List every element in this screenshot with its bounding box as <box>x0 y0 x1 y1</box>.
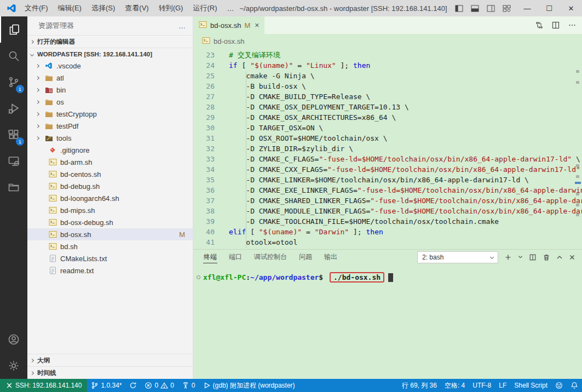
menu-more-button[interactable]: … <box>222 4 239 13</box>
kill-terminal-trash-icon[interactable] <box>543 253 550 261</box>
git-branch-item[interactable]: 1.0.34* <box>87 379 125 392</box>
breadcrumb[interactable]: bd-osx.sh <box>193 34 582 48</box>
open-editors-section[interactable]: 打开的编辑器 <box>27 35 193 48</box>
tree-item-bd-centos-sh[interactable]: bd-centos.sh <box>27 168 193 180</box>
code-line-30: 30 -D TARGET_OSX=ON \ <box>193 123 582 133</box>
indentation-item[interactable]: 空格: 4 <box>441 379 469 392</box>
code-text: -D CMAKE_TOOLCHAIN_FILE=$HOME/toolchain/… <box>229 216 499 227</box>
vscode-logo-icon <box>7 3 16 13</box>
terminal-cwd: ~/app/wordpaster <box>250 273 319 281</box>
tree-item-tools[interactable]: tools <box>27 132 193 144</box>
chevron-right-icon <box>30 358 34 362</box>
notifications-item[interactable] <box>567 379 582 392</box>
sidebar-more-button[interactable]: … <box>178 22 186 30</box>
customize-layout-icon[interactable] <box>503 5 511 12</box>
forwarded-ports-item[interactable]: 0 <box>178 379 199 392</box>
problems-item[interactable]: 0 0 <box>141 379 177 392</box>
menu-6[interactable]: 运行(R) <box>188 4 222 12</box>
explorer-icon[interactable] <box>0 16 27 43</box>
toggle-sidebar-icon[interactable] <box>455 5 463 12</box>
tab-bd-osx-sh[interactable]: bd-osx.sh M × <box>193 16 264 34</box>
language-mode-item[interactable]: Shell Script <box>510 379 551 392</box>
run-debug-icon[interactable] <box>0 95 27 122</box>
code-line-32: 32 -D ZYLIB_DIR=$zylib_dir \ <box>193 143 582 154</box>
tree-item-os[interactable]: os <box>27 96 193 108</box>
terminal-view[interactable]: xfl@xfl-PC : ~/app/wordpaster $ ./bd-osx… <box>193 264 582 283</box>
extensions-icon[interactable]: 1 <box>0 122 27 148</box>
eol-item[interactable]: LF <box>495 379 510 392</box>
remote-indicator[interactable]: SSH: 192.168.141.140 <box>0 379 87 392</box>
feedback-item[interactable] <box>551 379 567 392</box>
terminal-shell-select[interactable]: 2: bash <box>417 251 498 263</box>
chevron-right-icon <box>36 100 39 103</box>
remote-explorer-icon[interactable] <box>0 148 27 174</box>
close-button[interactable]: ✕ <box>560 0 582 16</box>
new-terminal-icon[interactable] <box>504 253 512 261</box>
workspace-root-section[interactable]: WORDPASTER [SSH: 192.168.141.140] <box>27 48 193 60</box>
source-control-icon[interactable]: 1 <box>0 69 27 95</box>
minimize-button[interactable]: — <box>516 0 538 16</box>
editor-group: bd-osx.sh M × bd-osx.sh 23# 交叉编译环境24 <box>193 16 582 379</box>
tree-item--gitignore[interactable]: .gitignore <box>27 144 193 156</box>
sync-icon <box>129 382 137 389</box>
tab-close-icon[interactable]: × <box>255 21 259 30</box>
tree-item-bd-sh[interactable]: bd.sh <box>27 240 193 252</box>
code-editor[interactable]: 23# 交叉编译环境24if [ "$(uname)" = "Linux" ];… <box>193 48 582 249</box>
code-text: -D TARGET_OSX=ON \ <box>229 123 323 133</box>
timeline-section[interactable]: 时间线 <box>27 366 193 379</box>
outline-section[interactable]: 大纲 <box>27 354 193 366</box>
cursor-position-item[interactable]: 行 69, 列 36 <box>398 379 441 392</box>
maximize-button[interactable]: ☐ <box>538 0 560 16</box>
panel-tab-输出[interactable]: 输出 <box>324 250 338 263</box>
tree-item-bd-mips-sh[interactable]: bd-mips.sh <box>27 204 193 216</box>
bottom-panel: 终端端口调试控制台问题输出 2: bash xfl <box>193 249 582 379</box>
shell-select-value: 2: bash <box>422 253 443 261</box>
activity-bar: 1 1 <box>0 16 27 379</box>
menu-5[interactable]: 转到(G) <box>154 4 188 12</box>
tree-item-readme-txt[interactable]: readme.txt <box>27 264 193 276</box>
accounts-icon[interactable] <box>0 326 27 353</box>
terminal-dropdown-chevron-icon[interactable] <box>518 255 523 260</box>
panel-tab-端口[interactable]: 端口 <box>228 250 243 263</box>
settings-gear-icon[interactable] <box>0 353 27 379</box>
project-folder-icon[interactable] <box>0 174 27 200</box>
search-icon[interactable] <box>0 43 27 69</box>
tree-item-bd-osx-sh[interactable]: bd-osx.shM <box>27 228 193 240</box>
panel-tab-终端[interactable]: 终端 <box>203 250 217 263</box>
tree-item-bin[interactable]: bin <box>27 84 193 96</box>
chevron-right-icon <box>36 112 39 116</box>
tree-item-testPdf[interactable]: testPdf <box>27 120 193 132</box>
close-panel-icon[interactable] <box>569 254 575 261</box>
folder-icon <box>44 122 53 130</box>
menu-2[interactable]: 编辑(E) <box>53 4 87 12</box>
tree-item-testCryptopp[interactable]: testCryptopp <box>27 108 193 120</box>
tree-item-atl[interactable]: atl <box>27 72 193 84</box>
menu-1[interactable]: 文件(F) <box>20 4 53 12</box>
toggle-secondary-sidebar-icon[interactable] <box>487 5 495 12</box>
encoding-item[interactable]: UTF-8 <box>469 379 495 392</box>
menu-4[interactable]: 查看(V) <box>120 4 153 12</box>
overview-ruler-mark <box>576 204 579 206</box>
debug-session-item[interactable]: (gdb) 附加进程 (wordpaster) <box>199 379 299 392</box>
more-actions-icon[interactable] <box>568 21 577 30</box>
tree-item-bd-osx-debug-sh[interactable]: bd-osx-debug.sh <box>27 216 193 228</box>
tree-item-CMakeLists-txt[interactable]: CMakeLists.txt <box>27 252 193 264</box>
code-line-36: 36 -D CMAKE_EXE_LINKER_FLAGS="-fuse-ld=$… <box>193 185 582 195</box>
tree-item--vscode[interactable]: .vscode <box>27 60 193 72</box>
tree-item-bd-loongarch64-sh[interactable]: bd-loongarch64.sh <box>27 192 193 204</box>
panel-tab-调试控制台[interactable]: 调试控制台 <box>253 250 287 263</box>
open-changes-icon[interactable] <box>535 21 544 30</box>
panel-tab-问题[interactable]: 问题 <box>298 250 313 263</box>
split-editor-icon[interactable] <box>551 21 560 30</box>
line-number: 31 <box>193 133 215 143</box>
toggle-panel-icon[interactable] <box>471 5 479 12</box>
menu-3[interactable]: 选择(S) <box>87 4 120 12</box>
tree-item-bd-arm-sh[interactable]: bd-arm.sh <box>27 156 193 168</box>
code-text: -D CMAKE_BUILD_TYPE=Release \ <box>229 91 370 102</box>
split-terminal-icon[interactable] <box>529 253 537 261</box>
sync-changes-item[interactable] <box>125 379 141 392</box>
shell-file-icon <box>202 37 210 46</box>
code-line-34: 34 -D CMAKE_CXX_FLAGS="-fuse-ld=$HOME/to… <box>193 164 582 175</box>
maximize-panel-chevron-icon[interactable] <box>556 254 563 261</box>
tree-item-bd-debug-sh[interactable]: bd-debug.sh <box>27 180 193 192</box>
